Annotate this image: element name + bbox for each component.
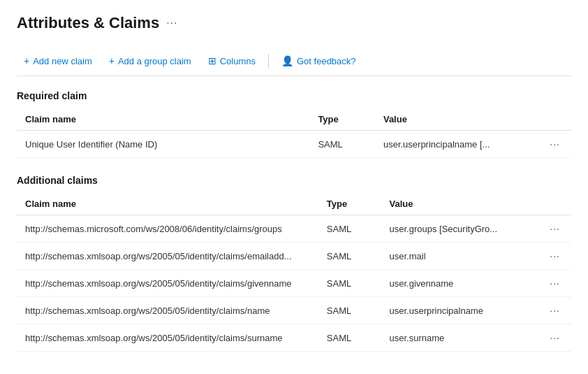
required-col-value-header: Value bbox=[375, 108, 538, 131]
table-row[interactable]: http://schemas.xmlsoap.org/ws/2005/05/id… bbox=[17, 297, 571, 324]
required-claim-section: Required claim Claim name Type Value Uni… bbox=[17, 90, 571, 158]
claim-actions-button[interactable]: ··· bbox=[547, 137, 563, 151]
additional-col-actions-header bbox=[538, 193, 571, 215]
columns-button[interactable]: ⊞ Columns bbox=[201, 52, 263, 70]
claim-actions-cell[interactable]: ··· bbox=[538, 243, 571, 270]
required-claims-table: Claim name Type Value Unique User Identi… bbox=[17, 108, 571, 158]
page-title: Attributes & Claims bbox=[17, 14, 159, 32]
required-col-actions-header bbox=[538, 108, 571, 131]
table-row[interactable]: http://schemas.xmlsoap.org/ws/2005/05/id… bbox=[17, 324, 571, 352]
claim-value-cell: user.userprincipalname [... bbox=[375, 131, 538, 158]
add-group-claim-button[interactable]: + Add a group claim bbox=[102, 52, 198, 70]
add-new-claim-button[interactable]: + Add new claim bbox=[17, 52, 99, 70]
add-claim-label: Add new claim bbox=[33, 56, 92, 66]
claim-name-cell: http://schemas.xmlsoap.org/ws/2005/05/id… bbox=[17, 324, 318, 352]
claim-name-cell: http://schemas.microsoft.com/ws/2008/06/… bbox=[17, 215, 318, 243]
claim-value-cell: user.userprincipalname bbox=[381, 297, 539, 324]
additional-claims-header-row: Claim name Type Value bbox=[17, 193, 571, 215]
required-claim-title: Required claim bbox=[17, 90, 571, 101]
columns-grid-icon: ⊞ bbox=[208, 55, 216, 66]
claim-type-cell: SAML bbox=[309, 131, 375, 158]
claim-value-cell: user.surname bbox=[381, 324, 539, 352]
additional-claims-table: Claim name Type Value http://schemas.mic… bbox=[17, 193, 571, 352]
table-row[interactable]: http://schemas.microsoft.com/ws/2008/06/… bbox=[17, 215, 571, 243]
toolbar-separator bbox=[268, 54, 269, 68]
required-col-name-header: Claim name bbox=[17, 108, 309, 131]
table-row[interactable]: http://schemas.xmlsoap.org/ws/2005/05/id… bbox=[17, 270, 571, 297]
claim-actions-cell[interactable]: ··· bbox=[538, 270, 571, 297]
add-group-claim-label: Add a group claim bbox=[118, 56, 191, 66]
claim-name-cell: http://schemas.xmlsoap.org/ws/2005/05/id… bbox=[17, 243, 318, 270]
table-row[interactable]: http://schemas.xmlsoap.org/ws/2005/05/id… bbox=[17, 243, 571, 270]
feedback-icon: 👤 bbox=[281, 55, 293, 66]
plus-group-icon: + bbox=[109, 55, 115, 66]
claim-type-cell: SAML bbox=[318, 270, 381, 297]
claim-actions-cell[interactable]: ··· bbox=[538, 324, 571, 352]
claim-actions-button[interactable]: ··· bbox=[547, 249, 563, 263]
page-header: Attributes & Claims ··· bbox=[17, 14, 571, 32]
required-col-type-header: Type bbox=[309, 108, 375, 131]
claim-actions-button[interactable]: ··· bbox=[547, 303, 563, 317]
toolbar: + Add new claim + Add a group claim ⊞ Co… bbox=[17, 46, 571, 76]
claim-type-cell: SAML bbox=[318, 297, 381, 324]
feedback-label: Got feedback? bbox=[297, 56, 356, 66]
claim-actions-cell[interactable]: ··· bbox=[538, 131, 571, 158]
plus-icon: + bbox=[24, 55, 29, 66]
claim-name-cell: Unique User Identifier (Name ID) bbox=[17, 131, 309, 158]
claim-type-cell: SAML bbox=[318, 215, 381, 243]
advanced-settings-toggle[interactable]: ∨ Advanced settings bbox=[17, 368, 571, 374]
claim-name-cell: http://schemas.xmlsoap.org/ws/2005/05/id… bbox=[17, 297, 318, 324]
claim-value-cell: user.mail bbox=[381, 243, 539, 270]
claim-type-cell: SAML bbox=[318, 324, 381, 352]
additional-claims-title: Additional claims bbox=[17, 175, 571, 186]
feedback-button[interactable]: 👤 Got feedback? bbox=[274, 52, 363, 70]
claim-type-cell: SAML bbox=[318, 243, 381, 270]
table-row[interactable]: Unique User Identifier (Name ID) SAML us… bbox=[17, 131, 571, 158]
header-more-icon[interactable]: ··· bbox=[166, 17, 177, 29]
required-claims-header-row: Claim name Type Value bbox=[17, 108, 571, 131]
columns-label: Columns bbox=[220, 56, 256, 66]
claim-actions-button[interactable]: ··· bbox=[547, 222, 563, 236]
claim-value-cell: user.groups [SecurityGro... bbox=[381, 215, 539, 243]
claim-actions-cell[interactable]: ··· bbox=[538, 215, 571, 243]
additional-col-type-header: Type bbox=[318, 193, 381, 215]
additional-claims-section: Additional claims Claim name Type Value … bbox=[17, 175, 571, 352]
additional-col-value-header: Value bbox=[381, 193, 539, 215]
claim-name-cell: http://schemas.xmlsoap.org/ws/2005/05/id… bbox=[17, 270, 318, 297]
claim-value-cell: user.givenname bbox=[381, 270, 539, 297]
claim-actions-button[interactable]: ··· bbox=[547, 331, 563, 345]
additional-col-name-header: Claim name bbox=[17, 193, 318, 215]
claim-actions-button[interactable]: ··· bbox=[547, 276, 563, 290]
claim-actions-cell[interactable]: ··· bbox=[538, 297, 571, 324]
